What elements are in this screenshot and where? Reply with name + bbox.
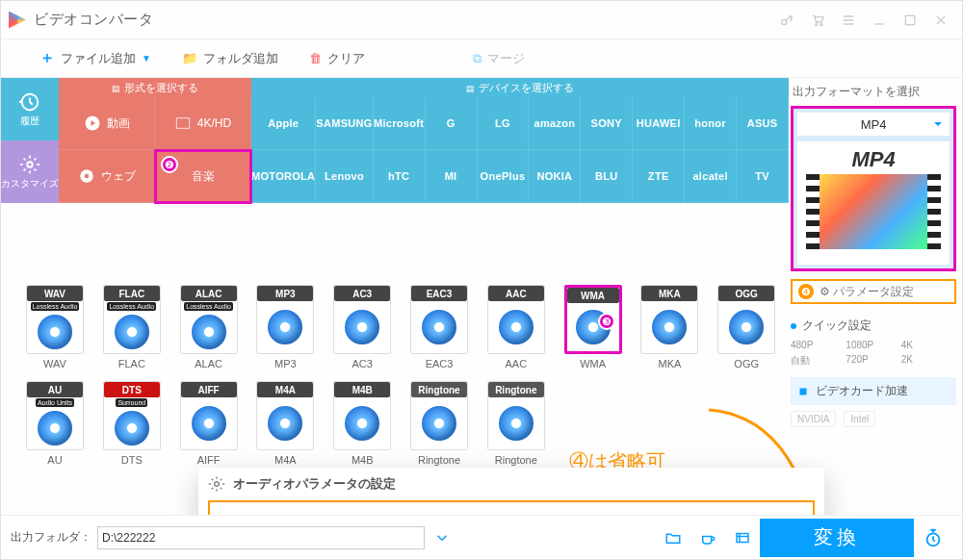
svg-point-1	[816, 23, 818, 25]
add-file-label: ファイル追加	[61, 50, 136, 67]
format-tile-m4b[interactable]: M4BM4B	[327, 381, 397, 477]
quick-preset-4k[interactable]: 4K	[901, 340, 956, 350]
output-format-preview: MP4	[797, 141, 950, 265]
format-tile-aac[interactable]: AACAAC	[482, 285, 551, 381]
main-area: 履歴 カスタマイズ ▤形式を選択する ▤デバイスを選択する 動画4K/HDApp…	[1, 78, 962, 559]
preview-tag: MP4	[851, 147, 895, 172]
format-tile-ac3[interactable]: AC3AC3	[327, 285, 397, 381]
quick-preset-自動[interactable]: 自動	[791, 354, 846, 368]
minimize-button[interactable]	[866, 7, 893, 34]
brand-lg[interactable]: LG	[478, 97, 530, 150]
cart-icon[interactable]	[804, 7, 831, 34]
output-format-box[interactable]: ❶ MP4 MP4	[791, 106, 956, 271]
sidebar-customize[interactable]: カスタマイズ	[1, 140, 59, 203]
brand-apple[interactable]: Apple	[251, 97, 316, 150]
format-tile-wav[interactable]: WAVLossless AudioWAV	[20, 285, 90, 381]
format-tile-alac[interactable]: ALACLossless AudioALAC	[174, 285, 244, 381]
convert-button[interactable]: 変換	[760, 519, 914, 557]
brand-samsung[interactable]: SAMSUNG	[316, 97, 373, 150]
format-tile-flac[interactable]: FLACLossless AudioFLAC	[97, 285, 167, 381]
brand-alcatel[interactable]: alcatel	[685, 150, 737, 203]
format-category-4k/hd[interactable]: 4K/HD	[155, 97, 251, 150]
format-tile-aiff[interactable]: AIFFAIFF	[174, 381, 244, 477]
chevron-down-icon[interactable]: ▼	[142, 53, 151, 64]
quick-preset-720p[interactable]: 720P	[846, 354, 900, 368]
banner-device: ▤デバイスを選択する	[251, 78, 789, 97]
format-tile-mka[interactable]: MKAMKA	[635, 285, 704, 381]
app-window: ビデオコンバータ ＋ ファイル追加 ▼ 📁 フォルダ追加 🗑 クリア ⧉ マージ	[0, 0, 963, 560]
menu-icon[interactable]	[835, 7, 862, 34]
brand-zte[interactable]: ZTE	[633, 150, 685, 203]
svg-rect-3	[905, 15, 914, 24]
format-tile-mp3[interactable]: MP3MP3	[250, 285, 320, 381]
brand-htc[interactable]: hTC	[374, 150, 426, 203]
gear-icon	[208, 475, 225, 493]
format-tile-ringtone[interactable]: RingtoneRingtone	[404, 381, 474, 477]
format-tile-ogg[interactable]: OGGOGG	[712, 285, 781, 381]
callout-2: ❷	[161, 156, 178, 173]
clear-button[interactable]: 🗑 クリア	[309, 50, 365, 67]
brand-motorola[interactable]: MOTOROLA	[251, 150, 316, 203]
format-tile-dts[interactable]: DTSSurroundDTS	[97, 381, 167, 477]
bottom-bar: 出力フォルダ： 変換	[1, 515, 962, 559]
format-category-音楽[interactable]: ❷音楽	[155, 150, 251, 203]
format-category-ウェブ[interactable]: ウェブ	[59, 150, 155, 203]
page-icon: ▤	[112, 84, 120, 93]
add-folder-button[interactable]: 📁 フォルダ追加	[182, 50, 278, 67]
output-format-select[interactable]: MP4	[797, 113, 950, 136]
brand-huawei[interactable]: HUAWEI	[633, 97, 685, 150]
parameter-settings-button[interactable]: ❹ ⚙ パラメータ設定	[791, 279, 956, 304]
format-tile-au[interactable]: AUAudio UnitsAU	[20, 381, 90, 477]
gpu-accel-label: ビデオカード加速	[816, 383, 908, 399]
right-panel: 出力フォーマットを選択 ❶ MP4 MP4 ❹ ⚙ パラメータ設定 クイック設定…	[791, 78, 956, 427]
category-grid: 動画4K/HDAppleSAMSUNGMicrosoftGLGamazonSON…	[59, 97, 789, 203]
quick-preset-1080p[interactable]: 1080P	[846, 340, 900, 350]
brand-honor[interactable]: honor	[685, 97, 737, 150]
coffee-icon[interactable]	[696, 526, 719, 549]
output-folder-label: 出力フォルダ：	[11, 529, 91, 546]
output-folder-input[interactable]	[97, 526, 425, 549]
svg-point-2	[820, 23, 822, 25]
page-icon: ▤	[466, 84, 475, 93]
film-icon[interactable]	[731, 526, 754, 549]
brand-amazon[interactable]: amazon	[529, 97, 581, 150]
quick-preset-480p[interactable]: 480P	[791, 340, 846, 350]
brand-microsoft[interactable]: Microsoft	[374, 97, 426, 150]
format-device-area: ▤形式を選択する ▤デバイスを選択する 動画4K/HDAppleSAMSUNGM…	[59, 78, 789, 203]
intel-badge: Intel	[844, 411, 875, 427]
brand-g[interactable]: G	[426, 97, 478, 150]
close-button[interactable]	[927, 7, 954, 34]
chevron-down-icon[interactable]	[430, 526, 454, 549]
sidebar-history[interactable]: 履歴	[1, 78, 59, 140]
brand-sony[interactable]: SONY	[581, 97, 633, 150]
format-tile-m4a[interactable]: M4AM4A	[250, 381, 320, 477]
banner-format: ▤形式を選択する	[59, 78, 251, 97]
brand-asus[interactable]: ASUS	[737, 97, 789, 150]
format-category-動画[interactable]: 動画	[59, 97, 155, 150]
maximize-button[interactable]	[897, 7, 924, 34]
gear-icon	[19, 154, 40, 175]
format-tile-wma[interactable]: WMA❸WMA	[559, 285, 628, 381]
brand-nokia[interactable]: NOKIA	[529, 150, 581, 203]
audio-panel-title: オーディオパラメータの設定	[198, 468, 824, 500]
format-tile-eac3[interactable]: EAC3EAC3	[404, 285, 474, 381]
key-icon[interactable]	[773, 7, 800, 34]
open-folder-icon[interactable]	[662, 526, 685, 549]
brand-lenovo[interactable]: Lenovo	[316, 150, 373, 203]
add-file-button[interactable]: ＋ ファイル追加 ▼	[39, 48, 151, 68]
brand-oneplus[interactable]: OnePlus	[478, 150, 530, 203]
quick-preset-2k[interactable]: 2K	[901, 354, 956, 368]
brand-tv[interactable]: TV	[737, 150, 789, 203]
brand-blu[interactable]: BLU	[581, 150, 633, 203]
category-banner: ▤形式を選択する ▤デバイスを選択する	[59, 78, 789, 97]
folder-plus-icon: 📁	[182, 51, 197, 65]
brand-mi[interactable]: MI	[426, 150, 478, 203]
side-nav: 履歴 カスタマイズ	[1, 78, 59, 203]
svg-point-5	[27, 162, 33, 167]
schedule-button[interactable]	[914, 519, 952, 557]
app-title: ビデオコンバータ	[34, 11, 153, 29]
gpu-accel-toggle[interactable]: ビデオカード加速	[791, 377, 956, 405]
merge-button[interactable]: ⧉ マージ	[473, 50, 525, 67]
svg-point-11	[215, 482, 220, 487]
format-tile-ringtone[interactable]: RingtoneRingtone	[482, 381, 551, 477]
